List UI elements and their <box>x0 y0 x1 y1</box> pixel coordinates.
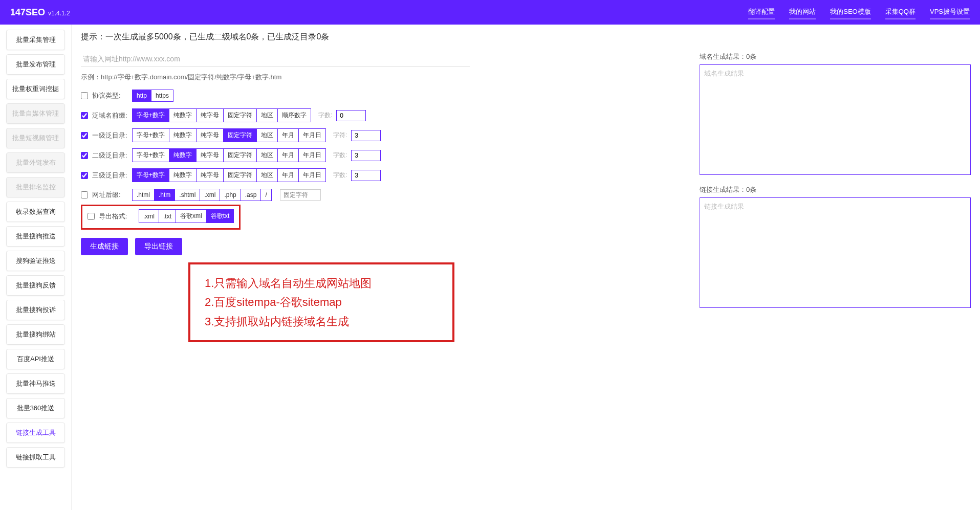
sidebar-item: 批量外链发布 <box>6 152 65 173</box>
generate-button[interactable]: 生成链接 <box>81 238 128 255</box>
option-button[interactable]: http <box>132 90 151 102</box>
option-button[interactable]: .asp <box>241 189 262 201</box>
annotation-line-3: 3.支持抓取站内链接域名生成 <box>205 312 438 331</box>
option-button[interactable]: https <box>151 90 173 102</box>
option-button[interactable]: 纯数字 <box>169 128 197 142</box>
sidebar-item[interactable]: 批量发布管理 <box>6 54 65 75</box>
dir2-count-input[interactable] <box>351 150 381 161</box>
option-button[interactable]: 年月 <box>277 168 299 182</box>
option-button[interactable]: 纯数字 <box>169 168 197 182</box>
option-button[interactable]: 固定字符 <box>223 128 257 142</box>
sidebar-item[interactable]: 批量权重词挖掘 <box>6 79 65 99</box>
option-button[interactable]: .xml <box>139 209 159 223</box>
option-button[interactable]: .htm <box>154 189 175 201</box>
sidebar-item[interactable]: 百度API推送 <box>6 349 65 369</box>
option-button[interactable]: 纯字母 <box>196 128 224 142</box>
option-button[interactable]: 年月日 <box>298 168 326 182</box>
protocol-checkbox[interactable] <box>81 92 88 99</box>
nav-item[interactable]: 我的SEO模版 <box>830 5 870 19</box>
option-button[interactable]: 字母+数字 <box>132 128 169 142</box>
option-button[interactable]: 地区 <box>256 128 278 142</box>
dir1-checkbox[interactable] <box>81 132 88 139</box>
row-dir1: 一级泛目录: 字母+数字纯数字纯字母固定字符地区年月年月日 字符: <box>81 128 684 142</box>
option-button[interactable]: 固定字符 <box>223 148 257 162</box>
export-button[interactable]: 导出链接 <box>135 238 182 255</box>
export-checkbox[interactable] <box>88 213 95 220</box>
dir3-count-input[interactable] <box>351 170 381 181</box>
option-button[interactable]: .xml <box>200 189 220 201</box>
dir1-count-input[interactable] <box>351 130 381 141</box>
prefix-checkbox[interactable] <box>81 112 88 119</box>
sidebar-item[interactable]: 批量搜狗绑站 <box>6 324 65 345</box>
results-area: 域名生成结果：0条 链接生成结果：0条 <box>700 32 971 503</box>
sidebar-item[interactable]: 搜狗验证推送 <box>6 251 65 271</box>
option-button[interactable]: 地区 <box>256 148 278 162</box>
form-area: 提示：一次生成最多5000条，已生成二级域名0条，已生成泛目录0条 示例：htt… <box>81 32 684 503</box>
option-button[interactable]: 字母+数字 <box>132 148 169 162</box>
dir3-options: 字母+数字纯数字纯字母固定字符地区年月年月日 <box>132 168 326 182</box>
sidebar-item[interactable]: 链接抓取工具 <box>6 447 65 468</box>
prefix-options: 字母+数字纯数字纯字母固定字符地区顺序数字 <box>132 108 311 122</box>
option-button[interactable]: 年月日 <box>298 128 326 142</box>
option-button[interactable]: 顺序数字 <box>277 108 311 122</box>
option-button[interactable]: 字母+数字 <box>132 168 169 182</box>
option-button[interactable]: .txt <box>159 209 176 223</box>
option-button[interactable]: 谷歌txt <box>206 209 234 223</box>
sidebar-item[interactable]: 批量搜狗推送 <box>6 226 65 247</box>
url-input[interactable] <box>81 52 470 66</box>
annotation-line-1: 1.只需输入域名自动生成网站地图 <box>205 274 438 293</box>
prefix-label: 泛域名前缀: <box>92 111 128 120</box>
option-button[interactable]: 固定字符 <box>223 168 257 182</box>
option-button[interactable]: 年月 <box>277 148 299 162</box>
link-result-textarea[interactable] <box>700 197 971 308</box>
dir3-checkbox[interactable] <box>81 172 88 179</box>
option-button[interactable]: 纯字母 <box>196 148 224 162</box>
sidebar-item: 批量排名监控 <box>6 177 65 197</box>
suffix-options: .html.htm.shtml.xml.php.asp/ <box>132 189 272 201</box>
row-dir3: 三级泛目录: 字母+数字纯数字纯字母固定字符地区年月年月日 字数: <box>81 168 684 182</box>
export-options: .xml.txt谷歌xml谷歌txt <box>139 209 234 223</box>
option-button[interactable]: 年月 <box>277 128 299 142</box>
option-button[interactable]: 纯字母 <box>196 168 224 182</box>
protocol-label: 协议类型: <box>92 91 128 100</box>
option-button[interactable]: 地区 <box>256 168 278 182</box>
option-button[interactable]: 纯数字 <box>169 108 197 122</box>
option-button[interactable]: 年月日 <box>298 148 326 162</box>
sidebar-item[interactable]: 收录数据查询 <box>6 202 65 222</box>
sidebar-item[interactable]: 批量360推送 <box>6 398 65 418</box>
suffix-checkbox[interactable] <box>81 191 88 198</box>
sidebar-item: 批量自媒体管理 <box>6 103 65 124</box>
option-button[interactable]: 字母+数字 <box>132 108 169 122</box>
option-button[interactable]: 固定字符 <box>223 108 257 122</box>
option-button[interactable]: 纯数字 <box>169 148 197 162</box>
domain-result-block: 域名生成结果：0条 <box>700 52 971 175</box>
sidebar-item[interactable]: 批量搜狗反馈 <box>6 275 65 296</box>
main-layout: 批量采集管理批量发布管理批量权重词挖掘批量自媒体管理批量短视频管理批量外链发布批… <box>0 25 980 510</box>
dir3-label: 三级泛目录: <box>92 171 128 180</box>
sidebar-item[interactable]: 批量采集管理 <box>6 30 65 50</box>
dir2-checkbox[interactable] <box>81 152 88 159</box>
option-button[interactable]: 地区 <box>256 108 278 122</box>
content: 提示：一次生成最多5000条，已生成二级域名0条，已生成泛目录0条 示例：htt… <box>72 25 980 510</box>
sidebar: 批量采集管理批量发布管理批量权重词挖掘批量自媒体管理批量短视频管理批量外链发布批… <box>0 25 72 510</box>
suffix-custom-input[interactable] <box>280 189 321 201</box>
option-button[interactable]: 纯字母 <box>196 108 224 122</box>
nav-item[interactable]: 我的网站 <box>789 5 816 19</box>
link-result-label: 链接生成结果：0条 <box>700 185 971 194</box>
sidebar-item[interactable]: 批量神马推送 <box>6 373 65 394</box>
nav-item[interactable]: 翻译配置 <box>748 5 775 19</box>
nav-item[interactable]: 采集QQ群 <box>885 5 916 19</box>
domain-result-textarea[interactable] <box>700 64 971 175</box>
option-button[interactable]: .html <box>132 189 155 201</box>
option-button[interactable]: .shtml <box>175 189 200 201</box>
prefix-count-input[interactable] <box>336 110 366 121</box>
option-button[interactable]: 谷歌xml <box>176 209 207 223</box>
sidebar-item[interactable]: 批量搜狗投诉 <box>6 300 65 320</box>
annotation-line-2: 2.百度sitempa-谷歌sitemap <box>205 293 438 312</box>
option-button[interactable]: / <box>260 189 271 201</box>
row-dir2: 二级泛目录: 字母+数字纯数字纯字母固定字符地区年月年月日 字数: <box>81 148 684 162</box>
option-button[interactable]: .php <box>220 189 241 201</box>
prefix-count-label: 字数: <box>318 111 332 120</box>
sidebar-item[interactable]: 链接生成工具 <box>6 423 65 443</box>
nav-item[interactable]: VPS拨号设置 <box>930 5 970 19</box>
